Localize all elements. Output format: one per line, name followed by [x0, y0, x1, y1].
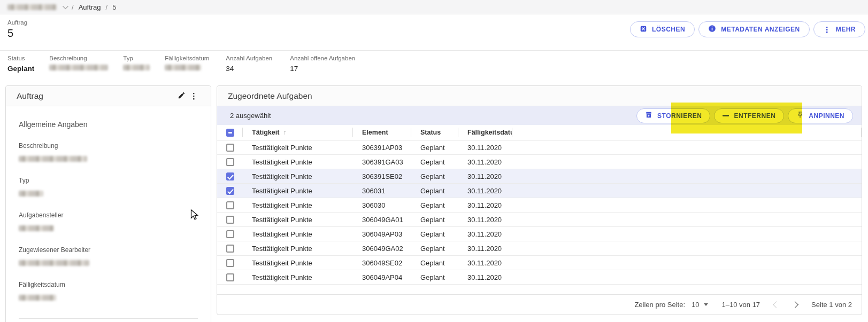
assigned-tasks-card: Zugeordnete Aufgaben 2 ausgewählt STORNI… [217, 85, 862, 315]
row-checkbox[interactable] [226, 201, 234, 209]
pagination-page-text: Seite 1 von 2 [811, 301, 852, 309]
cell-element: 306049GA02 [353, 245, 411, 253]
table-row[interactable]: Testtätigkeit Punkte 306049AP04 Geplant … [217, 270, 862, 285]
table-row[interactable]: Testtätigkeit Punkte 306391SE02 Geplant … [217, 169, 862, 184]
cell-element: 306049SE02 [353, 259, 411, 267]
column-header-element[interactable]: Element [353, 125, 411, 140]
column-header-status[interactable]: Status [411, 125, 458, 140]
row-checkbox[interactable] [226, 273, 234, 281]
cell-element: 306391SE02 [353, 172, 411, 180]
row-checkbox[interactable] [226, 172, 234, 180]
row-checkbox[interactable] [226, 144, 234, 152]
info-icon [708, 25, 716, 34]
remove-tasks-button-label: ENTFERNEN [734, 112, 775, 120]
remove-tasks-button[interactable]: ENTFERNEN [714, 108, 784, 123]
next-page-icon[interactable] [792, 301, 798, 308]
cell-element: 306049AP04 [353, 273, 411, 281]
cell-status: Geplant [411, 230, 458, 238]
table-row[interactable]: Testtätigkeit Punkte 306030 Geplant 30.1… [217, 198, 862, 213]
column-header-task[interactable]: Tätigkeit ↑ [243, 125, 353, 140]
redacted-breadcrumb-root[interactable] [7, 4, 57, 10]
field-label: Zugewiesener Bearbeiter [19, 246, 198, 254]
cell-due-date: 30.11.2020 [458, 158, 512, 166]
summary-description: Beschreibung [49, 55, 108, 73]
chevron-down-icon[interactable] [63, 3, 68, 9]
cell-element: 306391AP03 [353, 144, 411, 152]
more-button[interactable]: ⋮ MEHR [813, 21, 865, 37]
cancel-tasks-button-label: STORNIEREN [657, 112, 702, 120]
table-row[interactable]: Testtätigkeit Punkte 306391GA03 Geplant … [217, 155, 862, 169]
column-header-label: Fälligkeitsdatum [467, 129, 512, 136]
column-header-due-date[interactable]: Fälligkeitsdatum [458, 125, 512, 140]
cell-task: Testtätigkeit Punkte [243, 216, 353, 224]
rows-per-page-select[interactable]: 10 [692, 301, 708, 309]
card-more-button[interactable]: ⋮ [188, 90, 200, 102]
table-row[interactable]: Testtätigkeit Punkte 306049GA01 Geplant … [217, 213, 862, 227]
cell-element: 306049AP03 [353, 230, 411, 238]
order-card-body: Allgemeine Angaben Beschreibung Typ Aufg… [6, 106, 211, 322]
summary-status: Status Geplant [7, 55, 34, 73]
field-label: Fälligkeitsdatum [19, 281, 198, 288]
row-checkbox[interactable] [226, 216, 234, 224]
row-checkbox[interactable] [226, 158, 234, 166]
table-row[interactable]: Testtätigkeit Punkte 306049SE02 Geplant … [217, 256, 862, 270]
sort-ascending-icon: ↑ [283, 129, 286, 136]
table-row[interactable]: Testtätigkeit Punkte 306049GA02 Geplant … [217, 241, 862, 256]
summary-value-open-task-count: 17 [290, 65, 355, 73]
header-actions: LÖSCHEN METADATEN ANZEIGEN ⋮ MEHR [630, 21, 865, 37]
summary-label: Status [7, 55, 34, 61]
summary-label: Fälligkeitsdatum [165, 55, 211, 61]
cell-task: Testtätigkeit Punkte [243, 172, 353, 180]
cell-status: Geplant [411, 273, 458, 281]
delete-button[interactable]: LÖSCHEN [630, 21, 695, 37]
cell-due-date: 30.11.2020 [458, 273, 512, 281]
cell-task: Testtätigkeit Punkte [243, 230, 353, 238]
edit-button[interactable] [175, 89, 188, 103]
redacted-value [19, 191, 43, 197]
page-header: Auftrag 5 LÖSCHEN METADATEN ANZEIGEN ⋮ M… [0, 14, 868, 51]
row-checkbox[interactable] [226, 245, 234, 253]
more-options-icon: ⋮ [190, 92, 198, 100]
breadcrumb: / Auftrag / 5 [0, 0, 868, 14]
row-checkbox[interactable] [226, 259, 234, 267]
table-row[interactable]: Testtätigkeit Punkte 306049AP03 Geplant … [217, 227, 862, 241]
field-assigned-editor: Zugewiesener Bearbeiter [19, 246, 198, 268]
redacted-value [165, 65, 201, 70]
selection-bar: 2 ausgewählt STORNIEREN ENTFERNEN [217, 106, 862, 125]
breadcrumb-item-page: 5 [112, 3, 116, 11]
field-task-creator: Aufgabensteller [19, 211, 198, 233]
show-metadata-button[interactable]: METADATEN ANZEIGEN [698, 21, 809, 37]
caret-down-icon [704, 303, 708, 306]
table-row[interactable]: Testtätigkeit Punkte 306391AP03 Geplant … [217, 140, 862, 155]
summary-label: Typ [123, 55, 150, 61]
previous-page-icon[interactable] [773, 301, 780, 308]
select-all-checkbox[interactable] [226, 129, 234, 137]
cell-element: 306391GA03 [353, 158, 411, 166]
selection-count-text: 2 ausgewählt [230, 112, 271, 120]
column-header-label: Tätigkeit [252, 129, 279, 136]
divider [19, 318, 198, 319]
table-header-row: Tätigkeit ↑ Element Status Fälligkeitsda… [217, 125, 862, 140]
pin-tasks-button[interactable]: ANPINNEN [788, 108, 853, 123]
app-root: / Auftrag / 5 Auftrag 5 LÖSCHEN METADATE… [0, 0, 868, 322]
row-checkbox[interactable] [226, 187, 234, 195]
cell-task: Testtätigkeit Punkte [243, 273, 353, 281]
delete-button-label: LÖSCHEN [652, 26, 685, 33]
field-description: Beschreibung [19, 142, 198, 163]
pagination-range-text: 1–10 von 17 [722, 301, 761, 309]
cell-due-date: 30.11.2020 [458, 259, 512, 267]
breadcrumb-item-auftrag[interactable]: Auftrag [79, 3, 101, 11]
row-checkbox[interactable] [226, 230, 234, 238]
summary-value-task-count: 34 [226, 65, 275, 73]
rows-per-page-value: 10 [692, 301, 699, 309]
table-pagination: Zeilen pro Seite: 10 1–10 von 17 Seite 1… [217, 294, 862, 315]
cell-element: 306031 [353, 187, 411, 195]
table-row[interactable]: Testtätigkeit Punkte 306031 Geplant 30.1… [217, 184, 862, 198]
more-button-label: MEHR [836, 26, 856, 33]
summary-task-count: Anzahl Aufgaben 34 [226, 55, 275, 73]
cancel-tasks-button[interactable]: STORNIEREN [636, 108, 710, 123]
breadcrumb-separator: / [106, 3, 108, 11]
field-type: Typ [19, 177, 198, 198]
pin-icon [796, 111, 804, 120]
show-metadata-button-label: METADATEN ANZEIGEN [721, 26, 800, 33]
